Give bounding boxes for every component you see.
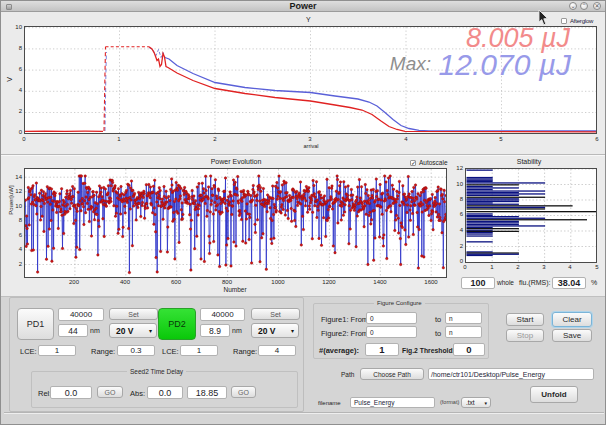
svg-text:12.070 µJ: 12.070 µJ bbox=[439, 48, 572, 81]
svg-text:Max:: Max: bbox=[390, 53, 431, 74]
